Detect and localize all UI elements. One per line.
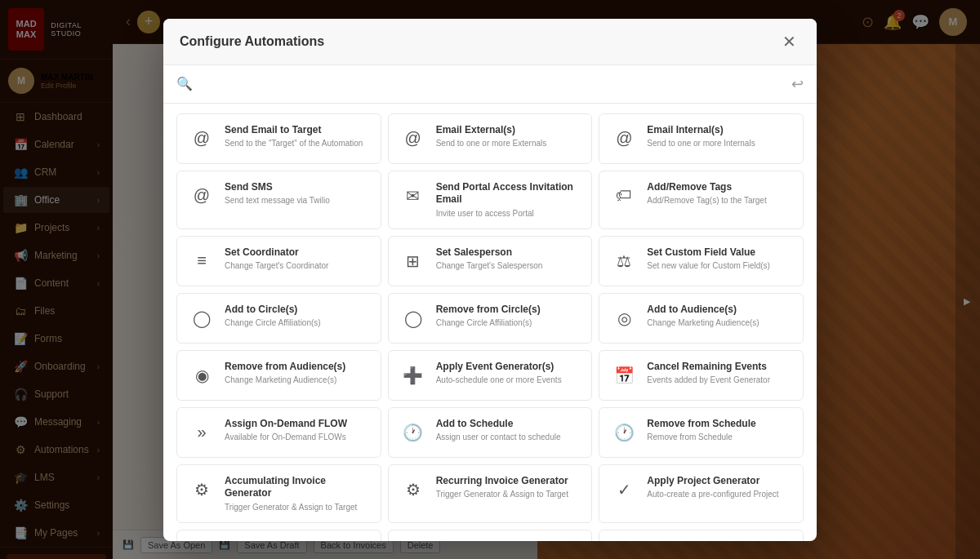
automation-card-assign-on-demand-flow[interactable]: » Assign On-Demand FLOW Available for On… [176,407,381,458]
automation-card-add-to-schedule[interactable]: 🕐 Add to Schedule Assign user or contact… [388,407,593,458]
automation-card-apply-event-generators[interactable]: ➕ Apply Event Generator(s) Auto-schedule… [388,350,593,401]
automation-desc-remove-from-audiences: Change Marketing Audience(s) [225,375,371,385]
automation-desc-recurring-invoice-generator: Trigger Generator & Assign to Target [436,489,582,499]
automation-icon-email-internals: @ [609,124,639,153]
main-area: ‹ + ⊙ 🔔 2 💬 M ▶ 💾 Save As Open 💾 Save A [113,0,980,559]
automation-card-recurring-invoice-generator[interactable]: ⚙ Recurring Invoice Generator Trigger Ge… [388,464,593,523]
back-icon[interactable]: ↩ [791,75,804,93]
automation-icon-accumulating-invoice-generator: ⚙ [187,475,216,504]
automation-card-set-salesperson[interactable]: ⊞ Set Salesperson Change Target's Salesp… [388,236,593,286]
automation-icon-add-remove-tags: 🏷 [609,181,639,211]
configure-automations-modal: Configure Automations ✕ 🔍 ↩ @ Send Email… [163,19,817,541]
automation-desc-set-coordinator: Change Target's Coordinator [225,260,371,271]
automation-card-remove-from-audiences[interactable]: ◉ Remove from Audience(s) Change Marketi… [176,350,381,401]
automation-desc-set-salesperson: Change Target's Salesperson [436,260,582,271]
automation-card-send-portal-access[interactable]: ✉ Send Portal Access Invitation Email In… [388,171,593,229]
automation-card-remove-from-schedule[interactable]: 🕐 Remove from Schedule Remove from Sched… [599,407,804,458]
automation-title-add-to-circles: Add to Circle(s) [225,304,371,317]
automation-desc-add-to-circles: Change Circle Affiliation(s) [225,317,371,328]
automation-title-set-salesperson: Set Salesperson [436,246,582,260]
automation-icon-recurring-invoice-generator: ⚙ [399,475,428,504]
automation-card-cancel-remaining-events[interactable]: 📅 Cancel Remaining Events Events added b… [599,350,804,401]
automation-card-set-custom-field[interactable]: ⚖ Set Custom Field Value Set new value f… [599,236,804,286]
automation-title-add-remove-tags: Add/Remove Tags [647,181,793,194]
automation-icon-add-to-circles: ◯ [187,304,216,333]
search-input[interactable] [199,78,785,91]
automation-icon-cancel-remaining-events: 📅 [609,361,639,390]
automation-title-apply-folder-generator: Apply Folder Generator [436,540,582,541]
automation-title-accumulating-invoice-generator: Accumulating Invoice Generator [225,475,371,500]
automation-card-send-email-target[interactable]: @ Send Email to Target Send to the "Targ… [176,113,381,164]
search-icon: 🔍 [176,76,193,91]
automation-title-cancel-remaining-events: Cancel Remaining Events [647,361,793,374]
automation-icon-send-sms: @ [187,181,216,211]
automation-desc-email-externals: Send to one or more Externals [436,138,582,149]
automation-title-set-custom-field: Set Custom Field Value [647,246,793,260]
automation-icon-add-to-schedule: 🕐 [399,418,428,447]
automation-title-apply-project-generator: Apply Project Generator [647,475,793,488]
automation-card-add-to-circles[interactable]: ◯ Add to Circle(s) Change Circle Affilia… [176,293,381,344]
automation-card-send-sms[interactable]: @ Send SMS Send text message via Twilio [176,171,381,229]
modal-overlay: Configure Automations ✕ 🔍 ↩ @ Send Email… [113,0,980,559]
automation-icon-send-email-target: @ [187,124,216,153]
automation-desc-set-custom-field: Set new value for Custom Field(s) [647,260,793,271]
automation-desc-send-sms: Send text message via Twilio [225,195,371,206]
automation-title-send-email-target: Send Email to Target [225,124,371,137]
automation-card-remove-from-circles[interactable]: ◯ Remove from Circle(s) Change Circle Af… [388,293,593,344]
modal-close-button[interactable]: ✕ [777,30,800,53]
automation-icon-send-portal-access: ✉ [399,181,428,211]
automation-icon-add-to-audiences: ◎ [609,304,639,333]
automation-title-email-externals: Email External(s) [436,124,582,137]
automation-title-add-to-schedule: Add to Schedule [436,418,582,431]
automation-icon-set-custom-field: ⚖ [609,246,639,276]
automation-icon-remove-from-audiences: ◉ [187,361,216,390]
automation-desc-remove-from-schedule: Remove from Schedule [647,432,793,442]
automation-card-add-remove-tags[interactable]: 🏷 Add/Remove Tags Add/Remove Tag(s) to t… [599,171,804,229]
automation-card-accumulating-invoice-generator[interactable]: ⚙ Accumulating Invoice Generator Trigger… [176,464,381,523]
automation-title-apply-task-template: Apply Task Template [225,540,371,541]
automation-desc-send-email-target: Send to the "Target" of the Automation [225,138,371,149]
automation-icon-email-externals: @ [399,124,428,153]
automation-desc-email-internals: Send to one or more Internals [647,138,793,149]
automation-title-remove-from-schedule: Remove from Schedule [647,418,793,431]
automation-icon-assign-on-demand-flow: » [187,418,216,447]
automation-card-add-to-audiences[interactable]: ◎ Add to Audience(s) Change Marketing Au… [599,293,804,344]
automation-icon-apply-project-generator: ✓ [609,475,639,504]
automation-card-send-file-request[interactable]: 📄 Send File Request Trigger an existing … [599,530,804,541]
automation-desc-send-portal-access: Invite user to access Portal [436,208,582,219]
automation-card-apply-project-generator[interactable]: ✓ Apply Project Generator Auto-create a … [599,464,804,523]
automation-title-assign-on-demand-flow: Assign On-Demand FLOW [225,418,371,431]
modal-body: @ Send Email to Target Send to the "Targ… [163,104,817,541]
automation-card-email-externals[interactable]: @ Email External(s) Send to one or more … [388,113,593,164]
automation-desc-assign-on-demand-flow: Available for On-Demand FLOWs [225,432,371,442]
automation-desc-add-to-schedule: Assign user or contact to schedule [436,432,582,442]
automation-icon-apply-task-template: ☰ [187,540,216,541]
automation-title-set-coordinator: Set Coordinator [225,246,371,260]
automation-card-set-coordinator[interactable]: ≡ Set Coordinator Change Target's Coordi… [176,236,381,286]
automation-desc-add-remove-tags: Add/Remove Tag(s) to the Target [647,195,793,206]
automation-desc-accumulating-invoice-generator: Trigger Generator & Assign to Target [225,502,371,512]
automation-icon-set-salesperson: ⊞ [399,246,428,276]
automations-grid: @ Send Email to Target Send to the "Targ… [176,113,804,541]
automation-icon-apply-event-generators: ➕ [399,361,428,390]
automation-card-email-internals[interactable]: @ Email Internal(s) Send to one or more … [599,113,804,164]
automation-title-send-portal-access: Send Portal Access Invitation Email [436,181,582,206]
automation-desc-remove-from-circles: Change Circle Affiliation(s) [436,317,582,328]
modal-title: Configure Automations [180,34,324,49]
automation-title-recurring-invoice-generator: Recurring Invoice Generator [436,475,582,488]
modal-search-bar: 🔍 ↩ [163,65,817,104]
automation-title-add-to-audiences: Add to Audience(s) [647,304,793,317]
automation-card-apply-task-template[interactable]: ☰ Apply Task Template Assign pre-configu… [176,530,381,541]
automation-title-remove-from-circles: Remove from Circle(s) [436,304,582,317]
automation-icon-set-coordinator: ≡ [187,246,216,276]
automation-title-remove-from-audiences: Remove from Audience(s) [225,361,371,374]
automation-desc-cancel-remaining-events: Events added by Event Generator [647,375,793,385]
automation-title-apply-event-generators: Apply Event Generator(s) [436,361,582,374]
automation-desc-apply-event-generators: Auto-schedule one or more Events [436,375,582,385]
modal-header: Configure Automations ✕ [163,19,817,65]
automation-desc-add-to-audiences: Change Marketing Audience(s) [647,317,793,328]
automation-desc-apply-project-generator: Auto-create a pre-configured Project [647,489,793,499]
automation-card-apply-folder-generator[interactable]: 📁 Apply Folder Generator Apply pre-confi… [388,530,593,541]
automation-title-send-sms: Send SMS [225,181,371,194]
automation-icon-remove-from-schedule: 🕐 [609,418,639,447]
